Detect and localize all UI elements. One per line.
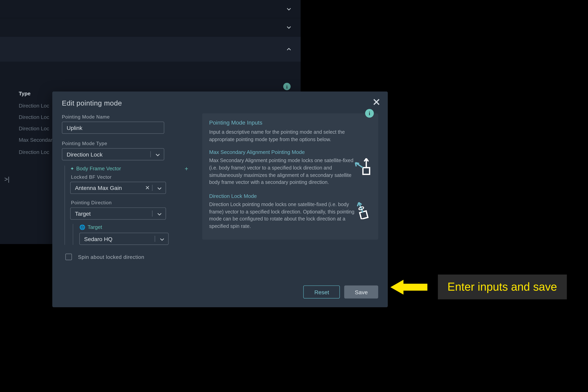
modal-title: Edit pointing mode <box>62 99 378 107</box>
add-body-frame-vector-button[interactable]: + <box>185 166 188 172</box>
target-group-label: 🌐 Target <box>79 224 193 230</box>
help-subheading: Max Secondary Alignment Pointing Mode <box>209 149 371 155</box>
bg-accordion-row[interactable] <box>0 18 301 37</box>
edit-pointing-mode-modal: Edit pointing mode Pointing Mode Name Po… <box>52 92 388 307</box>
arrow-left-icon <box>390 279 427 295</box>
locked-bf-vector-select[interactable]: Antenna Max Gain ✕ <box>70 182 166 194</box>
close-icon[interactable] <box>373 98 380 106</box>
clear-icon[interactable]: ✕ <box>145 184 150 191</box>
save-button[interactable]: Save <box>344 286 378 298</box>
chevron-down-icon <box>160 236 164 242</box>
help-text: Input a descriptive name for the pointin… <box>209 128 371 143</box>
help-text: Direction Lock pointing mode locks one s… <box>209 201 359 230</box>
cube-icon: ✦ <box>70 166 74 171</box>
chevron-down-icon <box>157 184 162 191</box>
pointing-direction-label: Pointing Direction <box>71 200 192 205</box>
bg-accordion-row[interactable] <box>0 0 301 18</box>
svg-rect-0 <box>363 168 370 174</box>
type-value: Direction Lock <box>67 151 103 158</box>
chevron-down-icon <box>155 151 160 158</box>
spin-checkbox[interactable] <box>65 254 72 260</box>
locked-bf-label: Locked BF Vector <box>71 174 192 180</box>
help-heading: Pointing Mode Inputs <box>209 119 371 126</box>
name-label: Pointing Mode Name <box>62 114 193 119</box>
pointing-direction-select[interactable]: Target <box>70 208 166 220</box>
help-text: Max Secondary Alignment pointing mode lo… <box>209 157 359 186</box>
direction-lock-icon <box>352 198 373 219</box>
target-select[interactable]: Sedaro HQ <box>79 233 169 245</box>
help-subheading: Direction Lock Mode <box>209 193 371 199</box>
annotation-text: Enter inputs and save <box>438 274 567 299</box>
target-value: Sedaro HQ <box>84 236 112 242</box>
body-frame-vector-group-label: ✦ Body Frame Vector <box>70 166 121 172</box>
pointing-direction-value: Target <box>75 210 91 217</box>
spin-checkbox-label: Spin about locked direction <box>78 254 144 260</box>
globe-icon: 🌐 <box>79 224 85 230</box>
reset-button[interactable]: Reset <box>303 286 340 298</box>
info-icon[interactable]: i <box>365 109 374 118</box>
pagination-last-icon[interactable]: >| <box>0 172 14 186</box>
pointing-mode-type-select[interactable]: Direction Lock <box>62 148 164 160</box>
locked-bf-value: Antenna Max Gain <box>75 184 122 191</box>
type-label: Pointing Mode Type <box>62 141 193 146</box>
info-icon[interactable]: i <box>283 83 291 90</box>
bg-accordion-row-expanded[interactable] <box>0 36 301 62</box>
pointing-mode-name-input[interactable] <box>62 122 164 134</box>
help-panel: i Pointing Mode Inputs Input a descripti… <box>202 113 378 240</box>
svg-marker-3 <box>390 280 427 294</box>
chevron-down-icon <box>157 210 162 217</box>
annotation-callout: Enter inputs and save <box>418 274 567 299</box>
svg-rect-1 <box>360 211 368 219</box>
max-secondary-alignment-icon <box>352 154 373 175</box>
